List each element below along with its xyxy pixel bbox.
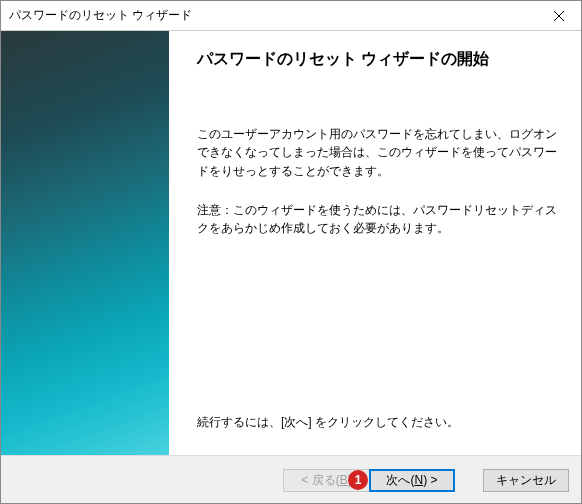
- content-area: パスワードのリセット ウィザードの開始 このユーザーアカウント用のパスワードを忘…: [1, 31, 581, 455]
- titlebar: パスワードのリセット ウィザード: [1, 1, 581, 31]
- next-label-key: N: [414, 473, 423, 487]
- back-label-prefix: < 戻る(: [301, 472, 339, 489]
- next-button-wrap: 1 次へ(N) >: [369, 469, 455, 492]
- window-title: パスワードのリセット ウィザード: [9, 7, 192, 24]
- wizard-paragraph-2: 注意：このウィザードを使うためには、パスワードリセットディスクをあらかじめ作成し…: [197, 201, 557, 238]
- back-button: < 戻る(B): [283, 469, 369, 492]
- wizard-sidebar-image: [1, 31, 169, 455]
- back-label-key: B: [340, 473, 348, 487]
- wizard-heading: パスワードのリセット ウィザードの開始: [197, 49, 557, 70]
- wizard-main-panel: パスワードのリセット ウィザードの開始 このユーザーアカウント用のパスワードを忘…: [169, 31, 581, 455]
- wizard-continue-text: 続行するには、[次へ] をクリックしてください。: [197, 414, 557, 431]
- next-label-suffix: ) >: [423, 473, 437, 487]
- close-icon: [554, 11, 564, 21]
- back-label-suffix: ): [348, 473, 352, 487]
- close-button[interactable]: [536, 1, 581, 30]
- wizard-footer: < 戻る(B) 1 次へ(N) > キャンセル: [1, 455, 581, 504]
- next-label-prefix: 次へ(: [386, 472, 414, 489]
- wizard-paragraph-1: このユーザーアカウント用のパスワードを忘れてしまい、ログオンできなくなってしまっ…: [197, 125, 557, 181]
- next-button[interactable]: 次へ(N) >: [369, 469, 455, 492]
- cancel-button[interactable]: キャンセル: [483, 469, 569, 492]
- nav-button-group: < 戻る(B) 1 次へ(N) >: [283, 469, 455, 492]
